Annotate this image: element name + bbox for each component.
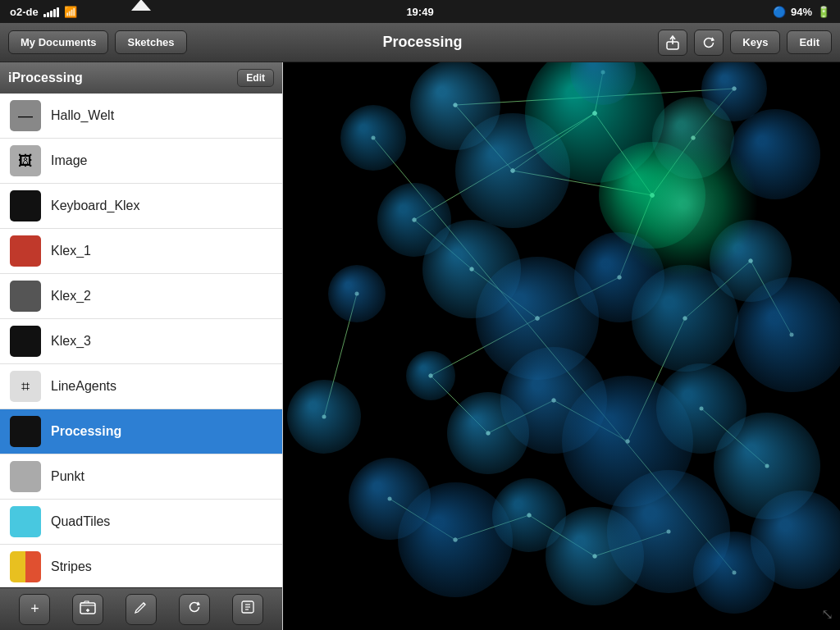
status-time: 19:49 <box>406 6 433 18</box>
carrier-label: o2-de <box>10 6 39 18</box>
list-item-processing[interactable]: Processing <box>0 409 282 454</box>
list-item-stripes[interactable]: Stripes <box>0 545 282 587</box>
list-item-klex_1[interactable]: Klex_1 <box>0 229 282 274</box>
list-item-lineagents[interactable]: ⌗LineAgents <box>0 364 282 409</box>
battery-label: 94% <box>791 6 812 18</box>
item-label-lineagents: LineAgents <box>51 379 116 394</box>
edit-button[interactable]: Edit <box>787 30 832 54</box>
item-label-klex_1: Klex_1 <box>51 244 91 258</box>
item-label-quadtiles: QuadTiles <box>51 514 110 529</box>
status-right: 🔵 94% 🔋 <box>773 6 830 18</box>
sidebar-toolbar: + <box>0 587 282 630</box>
popover-arrow <box>131 0 151 11</box>
export-button[interactable] <box>232 594 263 625</box>
item-thumb-image: 🖼 <box>10 145 41 176</box>
item-thumb-keyboard_klex <box>10 190 41 221</box>
my-documents-button[interactable]: My Documents <box>8 30 108 54</box>
list-item-quadtiles[interactable]: QuadTiles <box>0 500 282 545</box>
nav-title: Processing <box>194 34 652 51</box>
sidebar-edit-button[interactable]: Edit <box>237 69 274 87</box>
item-label-stripes: Stripes <box>51 559 92 574</box>
list-item-keyboard_klex[interactable]: Keyboard_Klex <box>0 184 282 229</box>
sidebar: iProcessing Edit —Hallo_Welt🖼ImageKeyboa… <box>0 62 283 630</box>
battery-icon: 🔋 <box>817 6 830 18</box>
add-icon: + <box>30 600 39 618</box>
export-icon <box>240 600 255 619</box>
item-thumb-klex_3 <box>10 326 41 357</box>
keys-button[interactable]: Keys <box>730 30 780 54</box>
list-item-image[interactable]: 🖼Image <box>0 139 282 184</box>
sidebar-list[interactable]: —Hallo_Welt🖼ImageKeyboard_KlexKlex_1Klex… <box>0 94 282 587</box>
add-folder-button[interactable] <box>72 594 103 625</box>
list-item-hallo_welt[interactable]: —Hallo_Welt <box>0 94 282 139</box>
item-thumb-lineagents: ⌗ <box>10 371 41 402</box>
sketches-button[interactable]: Sketches <box>115 30 186 54</box>
item-label-hallo_welt: Hallo_Welt <box>51 108 114 123</box>
item-label-punkt: Punkt <box>51 469 84 484</box>
item-thumb-quadtiles <box>10 506 41 537</box>
sidebar-header: iProcessing Edit <box>0 62 282 94</box>
status-left: o2-de 📶 <box>10 6 77 18</box>
item-thumb-processing <box>10 416 41 447</box>
corner-expand-icon: ⤡ <box>821 605 833 623</box>
wifi-icon: 📶 <box>64 6 77 18</box>
list-item-klex_3[interactable]: Klex_3 <box>0 319 282 364</box>
item-thumb-hallo_welt: — <box>10 100 41 131</box>
signal-bars <box>43 6 59 17</box>
status-bar: o2-de 📶 19:49 🔵 94% 🔋 <box>0 0 840 23</box>
list-item-punkt[interactable]: Punkt <box>0 454 282 500</box>
item-label-klex_3: Klex_3 <box>51 334 91 349</box>
visualization-canvas[interactable] <box>283 62 840 630</box>
item-label-processing: Processing <box>51 424 121 439</box>
item-thumb-stripes <box>10 551 41 582</box>
sidebar-title: iProcessing <box>8 71 83 85</box>
item-label-klex_2: Klex_2 <box>51 289 91 304</box>
list-item-klex_2[interactable]: Klex_2 <box>0 274 282 319</box>
item-label-image: Image <box>51 153 87 168</box>
edit-icon <box>134 600 148 619</box>
share-button[interactable] <box>658 30 687 56</box>
refresh-icon <box>187 600 202 619</box>
edit-sketch-button[interactable] <box>126 594 157 625</box>
canvas-area[interactable]: ⤡ <box>283 62 840 630</box>
bluetooth-icon: 🔵 <box>773 6 786 18</box>
nav-bar: My Documents Sketches Processing Keys Ed… <box>0 23 840 62</box>
add-button[interactable]: + <box>19 594 50 625</box>
main-content: iProcessing Edit —Hallo_Welt🖼ImageKeyboa… <box>0 62 840 630</box>
refresh-sketch-button[interactable] <box>179 594 210 625</box>
item-thumb-klex_2 <box>10 281 41 312</box>
item-label-keyboard_klex: Keyboard_Klex <box>51 199 140 213</box>
item-thumb-klex_1 <box>10 235 41 267</box>
refresh-button[interactable] <box>694 30 724 56</box>
add-folder-icon <box>80 600 96 619</box>
item-thumb-punkt <box>10 461 41 492</box>
svg-rect-2 <box>80 603 95 614</box>
